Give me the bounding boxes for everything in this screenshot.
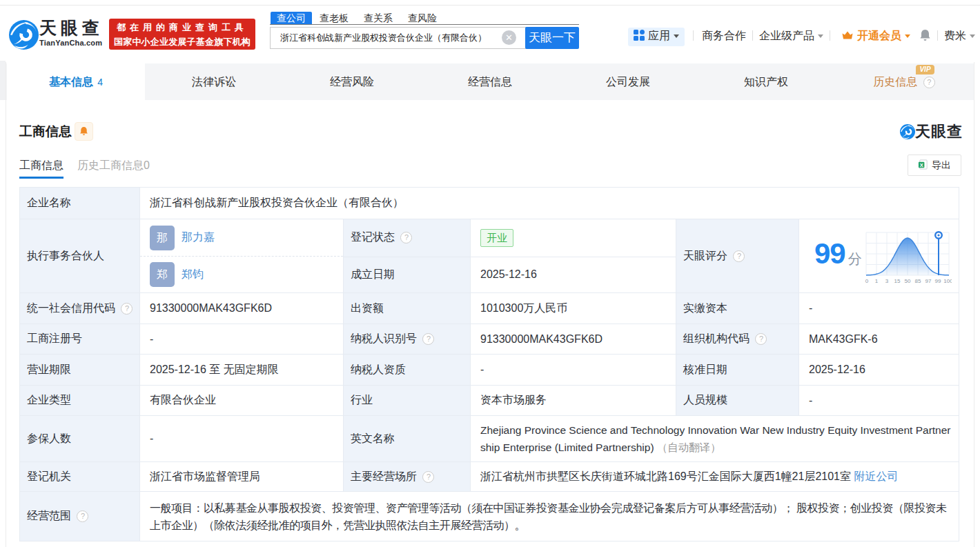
svg-text:0: 0 (865, 278, 868, 284)
svg-text:50: 50 (904, 278, 910, 284)
svg-text:99: 99 (934, 278, 941, 284)
svg-text:3: 3 (885, 278, 888, 284)
svg-text:85: 85 (914, 278, 921, 284)
svg-text:100: 100 (943, 278, 952, 284)
svg-text:1: 1 (874, 278, 878, 284)
svg-text:97: 97 (925, 278, 931, 284)
svg-text:X: X (920, 162, 923, 168)
svg-text:15: 15 (894, 278, 900, 284)
